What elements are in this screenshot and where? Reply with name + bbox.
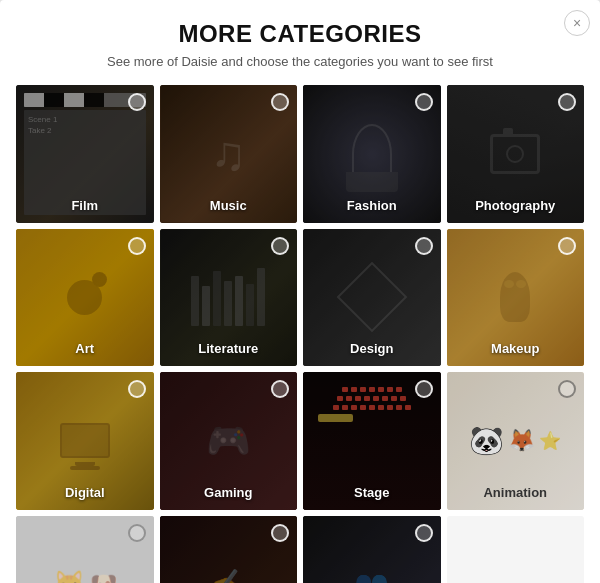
- card-label-photography: Photography: [475, 198, 555, 213]
- card-radio-stage[interactable]: [415, 380, 433, 398]
- card-label-animation: Animation: [483, 485, 547, 500]
- categories-grid: Scene 1Take 2 Film ♫ Music: [16, 85, 584, 583]
- category-card-empty: [447, 516, 585, 584]
- card-label-fashion: Fashion: [347, 198, 397, 213]
- category-card-collaborators[interactable]: 👥 Looking for Collaborators: [303, 516, 441, 584]
- card-radio-animation[interactable]: [558, 380, 576, 398]
- category-card-initial[interactable]: 🐱 🐶 Initial Concept: [16, 516, 154, 584]
- card-radio-gaming[interactable]: [271, 380, 289, 398]
- card-label-literature: Literature: [198, 341, 258, 356]
- card-radio-art[interactable]: [128, 237, 146, 255]
- card-label-art: Art: [75, 341, 94, 356]
- card-label-digital: Digital: [65, 485, 105, 500]
- card-radio-fashion[interactable]: [415, 93, 433, 111]
- card-radio-digital[interactable]: [128, 380, 146, 398]
- card-label-music: Music: [210, 198, 247, 213]
- close-icon: ×: [573, 15, 581, 31]
- category-card-stage[interactable]: Stage: [303, 372, 441, 510]
- category-card-music[interactable]: ♫ Music: [160, 85, 298, 223]
- card-label-makeup: Makeup: [491, 341, 539, 356]
- category-card-fashion[interactable]: Fashion: [303, 85, 441, 223]
- card-label-gaming: Gaming: [204, 485, 252, 500]
- category-card-design[interactable]: Design: [303, 229, 441, 367]
- card-label-film: Film: [71, 198, 98, 213]
- category-card-film[interactable]: Scene 1Take 2 Film: [16, 85, 154, 223]
- category-card-art[interactable]: Art: [16, 229, 154, 367]
- category-card-wip[interactable]: ✍️ Work in Progress: [160, 516, 298, 584]
- category-card-literature[interactable]: Literature: [160, 229, 298, 367]
- modal-title: MORE CATEGORIES: [16, 20, 584, 48]
- modal-container: × MORE CATEGORIES See more of Daisie and…: [0, 0, 600, 583]
- card-radio-photography[interactable]: [558, 93, 576, 111]
- card-radio-makeup[interactable]: [558, 237, 576, 255]
- card-radio-design[interactable]: [415, 237, 433, 255]
- category-card-animation[interactable]: 🐼 🦊 ⭐ Animation: [447, 372, 585, 510]
- category-card-makeup[interactable]: Makeup: [447, 229, 585, 367]
- close-button[interactable]: ×: [564, 10, 590, 36]
- card-label-stage: Stage: [354, 485, 389, 500]
- card-radio-wip[interactable]: [271, 524, 289, 542]
- card-radio-film[interactable]: [128, 93, 146, 111]
- modal-subtitle: See more of Daisie and choose the catego…: [16, 54, 584, 69]
- category-card-photography[interactable]: Photography: [447, 85, 585, 223]
- card-radio-collaborators[interactable]: [415, 524, 433, 542]
- category-card-digital[interactable]: Digital: [16, 372, 154, 510]
- card-label-design: Design: [350, 341, 393, 356]
- card-radio-initial[interactable]: [128, 524, 146, 542]
- card-radio-literature[interactable]: [271, 237, 289, 255]
- category-card-gaming[interactable]: 🎮 Gaming: [160, 372, 298, 510]
- card-radio-music[interactable]: [271, 93, 289, 111]
